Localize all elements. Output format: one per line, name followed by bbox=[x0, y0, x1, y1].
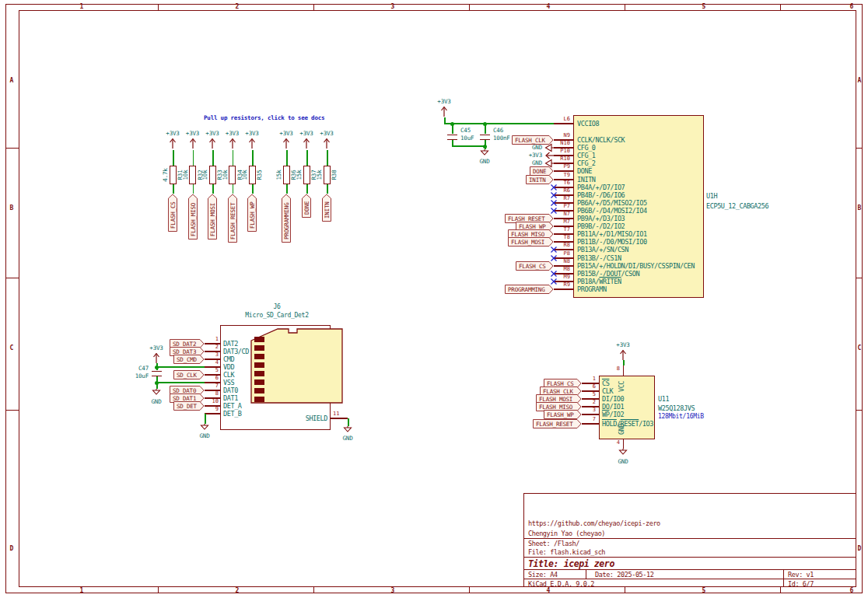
frame-row-label: D bbox=[858, 546, 862, 553]
frame-tick bbox=[313, 4, 314, 10]
power-gnd-symbol-icon[interactable] bbox=[480, 149, 489, 156]
global-label-SD_CMD[interactable]: SD_CMD bbox=[173, 355, 205, 364]
global-label-INITN[interactable]: INITN bbox=[322, 194, 331, 222]
power-3v3-label[interactable]: +3V3 bbox=[149, 345, 163, 351]
power-3v3-label[interactable]: +3V3 bbox=[166, 131, 179, 137]
pin-number: P7 bbox=[564, 204, 570, 210]
resistor-R38[interactable] bbox=[324, 166, 331, 184]
resistor-R36[interactable] bbox=[283, 166, 290, 184]
power-3v3-arrow-icon[interactable] bbox=[169, 138, 177, 149]
pin-number: N8 bbox=[564, 259, 570, 265]
pin-number: N9 bbox=[564, 133, 570, 139]
power-gnd-symbol-icon[interactable] bbox=[618, 449, 628, 455]
global-label-SD_DET[interactable]: SD_DET bbox=[173, 401, 205, 411]
capacitor-plate[interactable] bbox=[152, 376, 162, 377]
resistor-R35[interactable] bbox=[249, 166, 256, 184]
global-label-FLASH_RESET[interactable]: FLASH_RESET bbox=[533, 419, 582, 428]
power-gnd-symbol-icon[interactable] bbox=[152, 389, 161, 395]
power-3v3-arrow-icon[interactable] bbox=[323, 138, 331, 149]
global-label-SD_CLK[interactable]: SD_CLK bbox=[173, 370, 205, 379]
power-3v3-label[interactable]: +3V3 bbox=[205, 131, 219, 137]
svg-text:FLASH_MISO: FLASH_MISO bbox=[190, 202, 197, 236]
global-label-PROGRAMMING[interactable]: PROGRAMMING bbox=[505, 285, 554, 294]
pin-name: CFG_2 bbox=[577, 160, 596, 167]
power-3v3-label[interactable]: +3V3 bbox=[245, 131, 258, 137]
resistor-value: 15k bbox=[276, 170, 282, 180]
power-3v3-label[interactable]: +3V3 bbox=[616, 342, 629, 348]
pin-name: DONE bbox=[577, 168, 592, 175]
power-3v3-label[interactable]: +3V3 bbox=[186, 131, 199, 137]
capacitor-plate[interactable] bbox=[447, 135, 457, 136]
no-connect-icon bbox=[551, 255, 557, 261]
pin-stub bbox=[554, 123, 573, 124]
junction-dot bbox=[483, 145, 487, 149]
svg-text:FLASH_WP: FLASH_WP bbox=[547, 411, 574, 418]
global-label-FLASH_WP[interactable]: FLASH_WP bbox=[247, 194, 257, 232]
connector-ref: J6 bbox=[273, 304, 280, 311]
power-3v3-label[interactable]: +3V3 bbox=[299, 131, 313, 137]
global-label-FLASH_MISO[interactable]: FLASH_MISO bbox=[188, 194, 198, 240]
power-3v3-arrow-icon[interactable] bbox=[152, 352, 160, 364]
wire bbox=[252, 150, 254, 166]
global-label-DONE[interactable]: DONE bbox=[302, 194, 311, 218]
pin-name: DO/IO1 bbox=[602, 404, 624, 411]
capacitor-plate[interactable] bbox=[480, 135, 490, 136]
capacitor-plate[interactable] bbox=[447, 139, 457, 141]
pin-number: 4 bbox=[617, 440, 620, 446]
power-3v3-arrow-icon[interactable] bbox=[189, 138, 197, 149]
power-gnd-symbol-icon[interactable] bbox=[343, 426, 352, 432]
ic-part: ECP5U_12_CABGA256 bbox=[706, 203, 768, 210]
resistor-R34[interactable] bbox=[229, 166, 236, 184]
svg-text:FLASH_MOSI: FLASH_MOSI bbox=[511, 239, 544, 246]
resistor-R33[interactable] bbox=[209, 166, 216, 184]
sd-card-contact bbox=[254, 354, 264, 359]
global-label-FLASH_CS[interactable]: FLASH_CS bbox=[516, 261, 554, 271]
title-block-url[interactable]: https://github.com/cheyao/icepi-zero bbox=[528, 519, 660, 527]
global-label-FLASH_WP[interactable]: FLASH_WP bbox=[544, 410, 582, 419]
pin-name: PB11B/-/D0/MOSI/IO0 bbox=[577, 239, 647, 246]
global-label-INITN[interactable]: INITN bbox=[526, 175, 554, 184]
resistor-R31[interactable] bbox=[170, 166, 177, 184]
pin-number: 8 bbox=[617, 366, 620, 372]
power-3v3-arrow-icon[interactable] bbox=[248, 138, 256, 149]
power-3v3-arrow-icon[interactable] bbox=[440, 106, 448, 117]
ic-ref: U11 bbox=[658, 396, 669, 403]
resistor-R37[interactable] bbox=[303, 166, 310, 184]
wire bbox=[156, 366, 205, 368]
pin-number: 6 bbox=[215, 376, 219, 382]
pin-number: T6 bbox=[564, 180, 570, 187]
pin-stub bbox=[582, 383, 599, 383]
pin-stub bbox=[205, 413, 220, 414]
frame-tick bbox=[625, 4, 625, 10]
resistor-value: 15k bbox=[296, 170, 303, 180]
power-gnd-symbol-icon[interactable] bbox=[200, 424, 209, 430]
global-label-PROGRAMMING[interactable]: PROGRAMMING bbox=[282, 194, 291, 243]
frame-column-label: 2 bbox=[236, 588, 240, 595]
power-gnd-label: GND bbox=[152, 399, 162, 405]
power-3v3-arrow-icon[interactable] bbox=[303, 138, 310, 149]
power-3v3-arrow-icon[interactable] bbox=[282, 138, 290, 149]
power-3v3-label[interactable]: +3V3 bbox=[320, 131, 333, 137]
power-3v3-arrow-icon[interactable] bbox=[229, 138, 236, 149]
capacitor-plate[interactable] bbox=[480, 139, 490, 141]
global-label-FLASH_MOSI[interactable]: FLASH_MOSI bbox=[508, 237, 554, 247]
global-label-FLASH_CS[interactable]: FLASH_CS bbox=[168, 194, 177, 232]
note-pullup-docs-link[interactable]: Pull up resistors, click to see docs bbox=[204, 115, 324, 121]
frame-tick bbox=[469, 587, 470, 593]
pin-name: PB13A/+/SN/CSN bbox=[577, 247, 628, 254]
pin-number: 10 bbox=[212, 399, 219, 405]
power-gnd-label: GND bbox=[480, 159, 490, 165]
svg-text:FLASH_CS: FLASH_CS bbox=[170, 201, 177, 229]
wire bbox=[452, 145, 485, 147]
resistor-R32[interactable] bbox=[189, 166, 196, 184]
power-3v3-arrow-icon[interactable] bbox=[619, 349, 627, 361]
schematic-sheet: https://github.com/cheyao/icepi-zero Che… bbox=[0, 0, 868, 598]
capacitor-plate[interactable] bbox=[152, 371, 162, 372]
power-3v3-label[interactable]: +3V3 bbox=[226, 131, 239, 137]
global-label-FLASH_MOSI[interactable]: FLASH_MOSI bbox=[208, 194, 217, 240]
power-3v3-arrow-icon[interactable] bbox=[208, 138, 216, 149]
power-3v3-label[interactable]: +3V3 bbox=[279, 131, 292, 137]
global-label-FLASH_RESET[interactable]: FLASH_RESET bbox=[228, 194, 237, 243]
pin-stub bbox=[554, 289, 573, 289]
power-3v3-label[interactable]: +3V3 bbox=[437, 99, 450, 105]
